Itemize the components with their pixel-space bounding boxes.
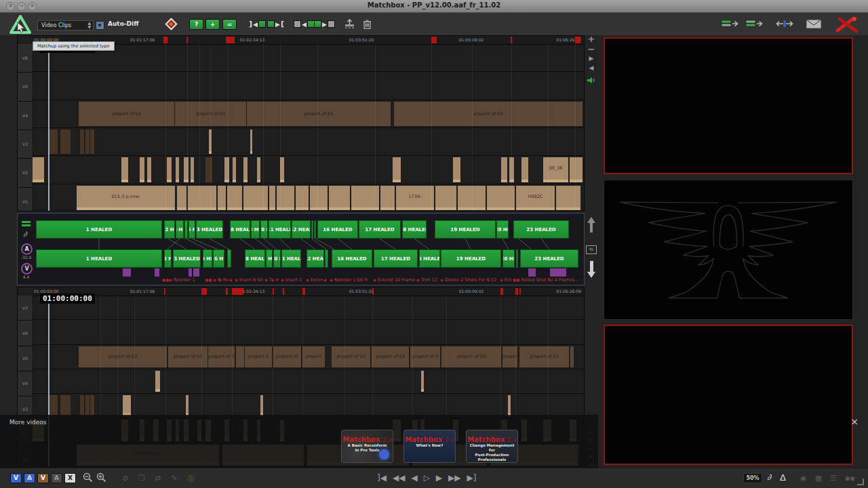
healed-clip[interactable]: 23 HEALED	[513, 220, 569, 239]
fast-rewind[interactable]: ◀◀	[393, 472, 405, 484]
go-to-end[interactable]: ▶]	[467, 472, 477, 484]
filmstrip-icon[interactable]: ▦	[815, 474, 822, 483]
track-toggle-a-3[interactable]: A	[51, 473, 62, 483]
track-header-v4[interactable]: V4	[18, 102, 33, 130]
track-toggle-v-0[interactable]: V	[10, 473, 22, 483]
timeline-clip[interactable]: propert of 03	[332, 346, 370, 367]
timeline-clip[interactable]	[453, 157, 460, 182]
timeline-clip[interactable]: propert of 0	[208, 346, 235, 367]
app-logo-triangle-icon[interactable]	[9, 14, 32, 37]
healed-clip[interactable]: 9 HE	[251, 220, 260, 239]
step-right-button[interactable]: ▶	[585, 55, 598, 62]
timeline-clip[interactable]	[90, 395, 94, 416]
matchup-marker-icon[interactable]	[165, 18, 177, 30]
trash-icon[interactable]	[363, 19, 372, 28]
edit-marker[interactable]	[123, 268, 131, 277]
promo-card[interactable]: Matchbox 2.xChange Management forPost-Pr…	[466, 430, 518, 463]
healed-clip[interactable]: 18 HEALED	[402, 220, 427, 239]
add-track-button[interactable]: +	[585, 34, 598, 44]
healed-clip[interactable]: 8 HEAL	[245, 249, 265, 268]
timeline-clip[interactable]	[380, 186, 395, 210]
timeline-clip[interactable]	[188, 186, 216, 210]
clip-type-select[interactable]: Video Clips ▲▼	[37, 20, 94, 30]
healed-clip[interactable]	[311, 220, 313, 239]
notes-icon[interactable]: ❐	[138, 474, 145, 483]
matchbox-brand-icon[interactable]	[835, 16, 859, 25]
edit-marker[interactable]	[193, 268, 199, 277]
healed-clip[interactable]: 8 HEAL	[230, 220, 250, 239]
healed-clip[interactable]: 20 HE	[502, 249, 515, 268]
change-item[interactable]: ◆Reorder 1:06 Fr	[330, 277, 368, 283]
timeline-clip[interactable]: JW_36	[543, 157, 568, 182]
healed-clip[interactable]: 4 HE	[203, 249, 212, 268]
timeline-clip[interactable]	[80, 395, 84, 416]
edit-marker[interactable]	[528, 268, 536, 277]
video-gain-icon[interactable]: V	[21, 263, 33, 274]
timeline-clip[interactable]	[243, 157, 248, 182]
track-toggle-x-4[interactable]: X	[64, 473, 76, 483]
change-item[interactable]: ◆Trim 12	[416, 277, 437, 283]
track-header-v5[interactable]: V5	[18, 73, 33, 101]
timeline-clip[interactable]	[501, 157, 507, 182]
timeline-clip[interactable]: propert of 03	[247, 102, 391, 126]
audio-gain-icon[interactable]: A	[21, 243, 33, 255]
change-item[interactable]: ◆	[323, 277, 328, 283]
healed-clip[interactable]: 4 HE	[176, 220, 184, 239]
track-header-v4[interactable]: V4	[18, 371, 33, 396]
healed-clip[interactable]: 9 HE	[266, 249, 273, 268]
timeline-clip[interactable]: propert of 0	[410, 346, 440, 367]
timeline-clip[interactable]: propert of.	[273, 346, 301, 367]
move-down-button[interactable]	[587, 261, 595, 278]
change-item[interactable]: ◆Delete 2 Shots For 6:12	[440, 277, 496, 283]
change-item[interactable]: ◆Insert 1	[281, 277, 302, 283]
edit-icon[interactable]: ✎	[171, 474, 177, 483]
healed-clip[interactable]	[314, 220, 316, 239]
healed-clip[interactable]	[516, 249, 518, 268]
timeline-clip[interactable]	[227, 186, 242, 210]
timeline-clip[interactable]	[487, 186, 515, 210]
change-item[interactable]: ◆Exten	[306, 277, 323, 283]
timeline-clip[interactable]: propert of 03	[79, 346, 167, 367]
timeline-clip[interactable]	[177, 186, 186, 210]
healed-clip[interactable]: 2 H	[164, 220, 175, 239]
change-item[interactable]: ◆Rx	[218, 277, 229, 283]
healed-clip[interactable]	[227, 249, 231, 268]
timeline-clip[interactable]	[205, 157, 212, 182]
change-item[interactable]: ◆Insert 6 Sh	[235, 277, 263, 283]
timeline-clip[interactable]	[60, 129, 71, 154]
timeline-clip[interactable]: propert of 03	[372, 346, 409, 367]
timeline-clip[interactable]	[521, 157, 528, 182]
timeline-clip[interactable]	[48, 395, 58, 416]
partial-diff-toggle[interactable]: ∂	[767, 472, 771, 482]
timeline-clip[interactable]: propert of 03	[519, 346, 569, 367]
healed-clip[interactable]: 10 H	[273, 249, 281, 268]
zoom-out-icon[interactable]	[83, 472, 93, 483]
change-item[interactable]: ●●Rolled Shot By 4 Frames - E	[513, 277, 580, 283]
edit-marker[interactable]	[155, 268, 159, 277]
healed-clip[interactable]: 19 HEALED	[435, 220, 496, 239]
healed-clip[interactable]: 20 HE	[496, 220, 509, 239]
go-to-start[interactable]: ]◀	[377, 472, 387, 484]
track-header-v2[interactable]: V2	[18, 159, 33, 187]
timeline-clip[interactable]: 015-3 p.new.	[77, 186, 175, 210]
viewer-bottom[interactable]	[604, 325, 853, 465]
track-header-v3[interactable]: V3	[18, 130, 33, 159]
matchup-help-button[interactable]: ?	[189, 19, 203, 30]
change-item[interactable]: ◆Ext	[500, 277, 511, 283]
healed-clip[interactable]: 16 HEALED	[332, 249, 372, 268]
timeline-clip[interactable]	[329, 186, 350, 210]
timeline-clip[interactable]: propert	[302, 346, 325, 367]
promo-card[interactable]: Matchbox 2.xA Basic ReconformIn Pro Tool…	[341, 430, 393, 463]
healed-clip[interactable]: 17 HEALED	[359, 220, 401, 239]
track-header-v6[interactable]: V6	[18, 321, 33, 346]
timeline-clip[interactable]	[508, 395, 511, 416]
timeline-clip[interactable]	[236, 346, 244, 367]
healed-clip[interactable]: 10 H	[260, 220, 268, 239]
timeline-clip[interactable]: H002C	[516, 186, 555, 210]
healed-clip[interactable]: 23 HEALED	[520, 249, 578, 268]
viewer-top[interactable]	[604, 37, 853, 174]
timeline-clip[interactable]	[570, 157, 583, 182]
timeline-clip[interactable]	[186, 395, 189, 416]
remove-track-button[interactable]: −	[585, 44, 598, 54]
edit-marker[interactable]	[550, 268, 566, 277]
